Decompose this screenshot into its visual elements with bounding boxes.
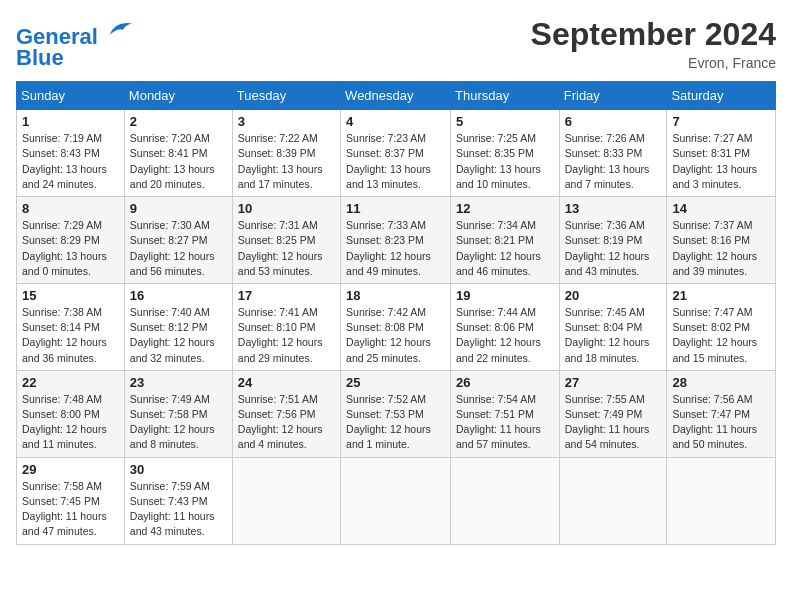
day-info: Sunrise: 7:42 AM Sunset: 8:08 PM Dayligh… bbox=[346, 305, 445, 366]
day-number: 25 bbox=[346, 375, 445, 390]
day-info: Sunrise: 7:29 AM Sunset: 8:29 PM Dayligh… bbox=[22, 218, 119, 279]
week-row-2: 8Sunrise: 7:29 AM Sunset: 8:29 PM Daylig… bbox=[17, 197, 776, 284]
day-info: Sunrise: 7:25 AM Sunset: 8:35 PM Dayligh… bbox=[456, 131, 554, 192]
week-row-1: 1Sunrise: 7:19 AM Sunset: 8:43 PM Daylig… bbox=[17, 110, 776, 197]
day-number: 4 bbox=[346, 114, 445, 129]
day-cell: 26Sunrise: 7:54 AM Sunset: 7:51 PM Dayli… bbox=[451, 370, 560, 457]
day-cell: 17Sunrise: 7:41 AM Sunset: 8:10 PM Dayli… bbox=[232, 283, 340, 370]
day-cell: 12Sunrise: 7:34 AM Sunset: 8:21 PM Dayli… bbox=[451, 197, 560, 284]
day-cell: 13Sunrise: 7:36 AM Sunset: 8:19 PM Dayli… bbox=[559, 197, 667, 284]
day-number: 7 bbox=[672, 114, 770, 129]
day-info: Sunrise: 7:56 AM Sunset: 7:47 PM Dayligh… bbox=[672, 392, 770, 453]
day-cell: 30Sunrise: 7:59 AM Sunset: 7:43 PM Dayli… bbox=[124, 457, 232, 544]
day-number: 22 bbox=[22, 375, 119, 390]
day-header-saturday: Saturday bbox=[667, 82, 776, 110]
day-info: Sunrise: 7:52 AM Sunset: 7:53 PM Dayligh… bbox=[346, 392, 445, 453]
day-info: Sunrise: 7:41 AM Sunset: 8:10 PM Dayligh… bbox=[238, 305, 335, 366]
day-cell: 27Sunrise: 7:55 AM Sunset: 7:49 PM Dayli… bbox=[559, 370, 667, 457]
day-header-thursday: Thursday bbox=[451, 82, 560, 110]
day-cell: 18Sunrise: 7:42 AM Sunset: 8:08 PM Dayli… bbox=[341, 283, 451, 370]
day-info: Sunrise: 7:38 AM Sunset: 8:14 PM Dayligh… bbox=[22, 305, 119, 366]
day-cell: 21Sunrise: 7:47 AM Sunset: 8:02 PM Dayli… bbox=[667, 283, 776, 370]
day-number: 20 bbox=[565, 288, 662, 303]
calendar-table: SundayMondayTuesdayWednesdayThursdayFrid… bbox=[16, 81, 776, 544]
logo: General Blue bbox=[16, 16, 134, 71]
day-header-wednesday: Wednesday bbox=[341, 82, 451, 110]
day-info: Sunrise: 7:49 AM Sunset: 7:58 PM Dayligh… bbox=[130, 392, 227, 453]
day-info: Sunrise: 7:48 AM Sunset: 8:00 PM Dayligh… bbox=[22, 392, 119, 453]
day-info: Sunrise: 7:27 AM Sunset: 8:31 PM Dayligh… bbox=[672, 131, 770, 192]
day-info: Sunrise: 7:58 AM Sunset: 7:45 PM Dayligh… bbox=[22, 479, 119, 540]
day-number: 2 bbox=[130, 114, 227, 129]
day-info: Sunrise: 7:44 AM Sunset: 8:06 PM Dayligh… bbox=[456, 305, 554, 366]
day-info: Sunrise: 7:51 AM Sunset: 7:56 PM Dayligh… bbox=[238, 392, 335, 453]
day-info: Sunrise: 7:55 AM Sunset: 7:49 PM Dayligh… bbox=[565, 392, 662, 453]
day-number: 17 bbox=[238, 288, 335, 303]
day-cell: 19Sunrise: 7:44 AM Sunset: 8:06 PM Dayli… bbox=[451, 283, 560, 370]
day-cell: 14Sunrise: 7:37 AM Sunset: 8:16 PM Dayli… bbox=[667, 197, 776, 284]
day-number: 21 bbox=[672, 288, 770, 303]
day-info: Sunrise: 7:26 AM Sunset: 8:33 PM Dayligh… bbox=[565, 131, 662, 192]
day-cell: 2Sunrise: 7:20 AM Sunset: 8:41 PM Daylig… bbox=[124, 110, 232, 197]
day-number: 12 bbox=[456, 201, 554, 216]
day-number: 18 bbox=[346, 288, 445, 303]
day-number: 6 bbox=[565, 114, 662, 129]
day-number: 19 bbox=[456, 288, 554, 303]
day-number: 10 bbox=[238, 201, 335, 216]
header: General Blue September 2024 Evron, Franc… bbox=[16, 16, 776, 71]
day-number: 8 bbox=[22, 201, 119, 216]
day-info: Sunrise: 7:37 AM Sunset: 8:16 PM Dayligh… bbox=[672, 218, 770, 279]
day-number: 24 bbox=[238, 375, 335, 390]
day-number: 9 bbox=[130, 201, 227, 216]
day-cell: 7Sunrise: 7:27 AM Sunset: 8:31 PM Daylig… bbox=[667, 110, 776, 197]
day-number: 15 bbox=[22, 288, 119, 303]
day-number: 3 bbox=[238, 114, 335, 129]
location: Evron, France bbox=[531, 55, 776, 71]
day-info: Sunrise: 7:59 AM Sunset: 7:43 PM Dayligh… bbox=[130, 479, 227, 540]
day-cell: 28Sunrise: 7:56 AM Sunset: 7:47 PM Dayli… bbox=[667, 370, 776, 457]
day-number: 5 bbox=[456, 114, 554, 129]
day-number: 13 bbox=[565, 201, 662, 216]
logo-bird-icon bbox=[106, 16, 134, 44]
day-number: 27 bbox=[565, 375, 662, 390]
day-cell: 11Sunrise: 7:33 AM Sunset: 8:23 PM Dayli… bbox=[341, 197, 451, 284]
day-info: Sunrise: 7:30 AM Sunset: 8:27 PM Dayligh… bbox=[130, 218, 227, 279]
day-info: Sunrise: 7:36 AM Sunset: 8:19 PM Dayligh… bbox=[565, 218, 662, 279]
day-info: Sunrise: 7:31 AM Sunset: 8:25 PM Dayligh… bbox=[238, 218, 335, 279]
day-number: 28 bbox=[672, 375, 770, 390]
day-cell: 3Sunrise: 7:22 AM Sunset: 8:39 PM Daylig… bbox=[232, 110, 340, 197]
week-row-3: 15Sunrise: 7:38 AM Sunset: 8:14 PM Dayli… bbox=[17, 283, 776, 370]
day-cell: 4Sunrise: 7:23 AM Sunset: 8:37 PM Daylig… bbox=[341, 110, 451, 197]
day-info: Sunrise: 7:40 AM Sunset: 8:12 PM Dayligh… bbox=[130, 305, 227, 366]
day-number: 14 bbox=[672, 201, 770, 216]
day-cell: 29Sunrise: 7:58 AM Sunset: 7:45 PM Dayli… bbox=[17, 457, 125, 544]
day-header-sunday: Sunday bbox=[17, 82, 125, 110]
day-cell bbox=[667, 457, 776, 544]
week-row-5: 29Sunrise: 7:58 AM Sunset: 7:45 PM Dayli… bbox=[17, 457, 776, 544]
day-info: Sunrise: 7:33 AM Sunset: 8:23 PM Dayligh… bbox=[346, 218, 445, 279]
day-cell bbox=[559, 457, 667, 544]
day-number: 26 bbox=[456, 375, 554, 390]
day-cell: 8Sunrise: 7:29 AM Sunset: 8:29 PM Daylig… bbox=[17, 197, 125, 284]
day-cell bbox=[232, 457, 340, 544]
day-header-friday: Friday bbox=[559, 82, 667, 110]
day-number: 23 bbox=[130, 375, 227, 390]
day-cell: 5Sunrise: 7:25 AM Sunset: 8:35 PM Daylig… bbox=[451, 110, 560, 197]
day-number: 30 bbox=[130, 462, 227, 477]
day-number: 29 bbox=[22, 462, 119, 477]
day-info: Sunrise: 7:47 AM Sunset: 8:02 PM Dayligh… bbox=[672, 305, 770, 366]
day-cell: 24Sunrise: 7:51 AM Sunset: 7:56 PM Dayli… bbox=[232, 370, 340, 457]
day-info: Sunrise: 7:54 AM Sunset: 7:51 PM Dayligh… bbox=[456, 392, 554, 453]
day-headers-row: SundayMondayTuesdayWednesdayThursdayFrid… bbox=[17, 82, 776, 110]
day-number: 16 bbox=[130, 288, 227, 303]
day-cell: 23Sunrise: 7:49 AM Sunset: 7:58 PM Dayli… bbox=[124, 370, 232, 457]
day-cell bbox=[451, 457, 560, 544]
day-info: Sunrise: 7:22 AM Sunset: 8:39 PM Dayligh… bbox=[238, 131, 335, 192]
month-title: September 2024 bbox=[531, 16, 776, 53]
day-info: Sunrise: 7:23 AM Sunset: 8:37 PM Dayligh… bbox=[346, 131, 445, 192]
day-info: Sunrise: 7:45 AM Sunset: 8:04 PM Dayligh… bbox=[565, 305, 662, 366]
day-info: Sunrise: 7:20 AM Sunset: 8:41 PM Dayligh… bbox=[130, 131, 227, 192]
day-cell: 15Sunrise: 7:38 AM Sunset: 8:14 PM Dayli… bbox=[17, 283, 125, 370]
day-info: Sunrise: 7:19 AM Sunset: 8:43 PM Dayligh… bbox=[22, 131, 119, 192]
day-cell: 22Sunrise: 7:48 AM Sunset: 8:00 PM Dayli… bbox=[17, 370, 125, 457]
